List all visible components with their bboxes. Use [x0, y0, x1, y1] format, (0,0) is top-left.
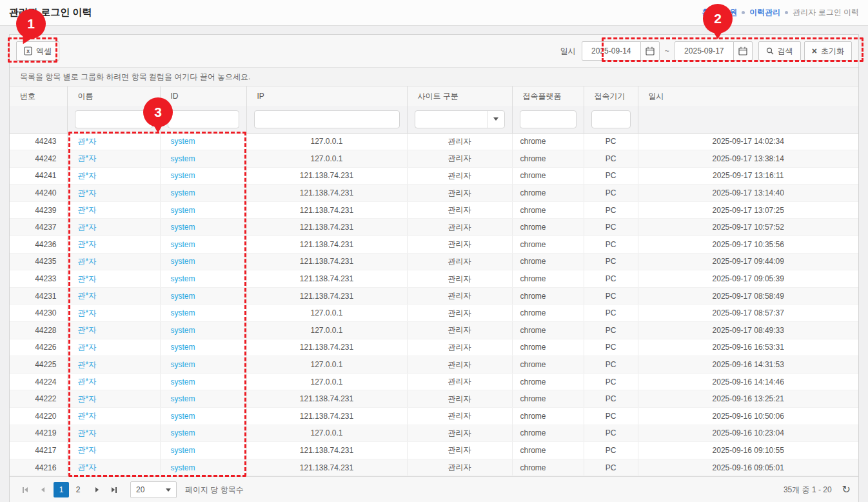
- id-link[interactable]: system: [171, 308, 195, 317]
- platform-filter-input[interactable]: [520, 110, 577, 128]
- table-row: 44225관*자system127.0.0.1관리자chromePC2025-0…: [10, 356, 858, 374]
- breadcrumb-item[interactable]: 회원: [722, 7, 737, 18]
- name-link[interactable]: 관*자: [78, 171, 97, 180]
- column-header[interactable]: 번호: [10, 86, 67, 106]
- id-link[interactable]: system: [171, 240, 195, 249]
- cell-id: system: [160, 150, 246, 168]
- cell-number: 44216: [10, 459, 67, 476]
- pager-page-1[interactable]: 1: [54, 482, 69, 497]
- name-link[interactable]: 관*자: [78, 445, 97, 454]
- pager-prev-button[interactable]: [35, 482, 50, 497]
- id-link[interactable]: system: [171, 394, 195, 403]
- cell-datetime: 2025-09-16 14:31:53: [638, 356, 858, 374]
- search-button[interactable]: 검색: [758, 41, 801, 61]
- chevron-down-icon: [493, 117, 498, 121]
- refresh-icon[interactable]: ↻: [842, 485, 851, 495]
- pager-next-button[interactable]: [89, 482, 104, 497]
- site-type-filter-select[interactable]: [415, 110, 505, 128]
- date-from-input[interactable]: 2025-09-14: [582, 41, 641, 61]
- name-link[interactable]: 관*자: [78, 274, 97, 283]
- id-link[interactable]: system: [171, 206, 195, 215]
- breadcrumb-item[interactable]: 홈: [702, 7, 709, 18]
- cell-id: system: [160, 236, 246, 254]
- column-header[interactable]: 접속기기: [584, 86, 638, 106]
- name-link[interactable]: 관*자: [78, 394, 97, 403]
- cell-platform: chrome: [512, 150, 584, 168]
- name-link[interactable]: 관*자: [78, 308, 97, 317]
- chevron-down-icon: [166, 488, 171, 492]
- id-link[interactable]: system: [171, 428, 195, 437]
- date-from-calendar-button[interactable]: [640, 41, 660, 61]
- name-link[interactable]: 관*자: [78, 154, 97, 163]
- id-link[interactable]: system: [171, 171, 195, 180]
- column-header[interactable]: 이름: [67, 86, 160, 106]
- name-link[interactable]: 관*자: [78, 360, 97, 369]
- id-link[interactable]: system: [171, 412, 195, 421]
- column-header[interactable]: 일시: [638, 86, 858, 106]
- date-to-calendar-button[interactable]: [733, 41, 753, 61]
- reset-button[interactable]: × 초기화: [804, 41, 852, 61]
- column-header[interactable]: IP: [246, 86, 407, 106]
- id-link[interactable]: system: [171, 463, 195, 472]
- name-link[interactable]: 관*자: [78, 188, 97, 197]
- excel-export-button[interactable]: x 엑셀: [16, 41, 59, 61]
- name-link[interactable]: 관*자: [78, 377, 97, 386]
- column-header[interactable]: ID: [160, 86, 246, 106]
- id-link[interactable]: system: [171, 360, 195, 369]
- breadcrumb-item[interactable]: 이력관리: [749, 7, 780, 18]
- cell-datetime: 2025-09-17 13:07:25: [638, 201, 858, 219]
- id-link[interactable]: system: [171, 377, 195, 387]
- name-link[interactable]: 관*자: [78, 205, 97, 214]
- id-link[interactable]: system: [171, 292, 195, 301]
- cell-ip: 127.0.0.1: [246, 425, 407, 442]
- pager-info: 35개 중 1 - 20: [784, 485, 832, 496]
- page-size-select[interactable]: 20: [130, 481, 177, 498]
- date-to-input[interactable]: 2025-09-17: [675, 41, 734, 61]
- name-filter-input[interactable]: [75, 110, 153, 128]
- name-link[interactable]: 관*자: [78, 137, 97, 146]
- cell-name: 관*자: [67, 356, 160, 374]
- ip-filter-input[interactable]: [254, 110, 400, 128]
- column-header[interactable]: 접속플랫폼: [512, 86, 584, 106]
- cell-id: system: [160, 408, 246, 425]
- table-row: 44239관*자system121.138.74.231관리자chromePC2…: [10, 201, 858, 219]
- group-panel[interactable]: 목록을 항목 별로 그룹화 하려면 항목 컬럼을 여기다 끌어 놓으세요.: [10, 68, 858, 86]
- id-link[interactable]: system: [171, 274, 195, 283]
- cell-datetime: 2025-09-17 10:57:52: [638, 219, 858, 236]
- cell-ip: 121.138.74.231: [246, 459, 407, 476]
- search-button-label: 검색: [778, 46, 793, 57]
- name-link[interactable]: 관*자: [78, 257, 97, 266]
- id-link[interactable]: system: [171, 188, 195, 197]
- pager-last-button[interactable]: [106, 482, 122, 497]
- filter-cell-name: [67, 106, 160, 133]
- cell-site-type: 관리자: [407, 133, 512, 150]
- id-link[interactable]: system: [171, 154, 195, 163]
- id-link[interactable]: system: [171, 343, 195, 352]
- table-row: 44222관*자system121.138.74.231관리자chromePC2…: [10, 390, 858, 408]
- name-link[interactable]: 관*자: [78, 463, 97, 472]
- name-link[interactable]: 관*자: [78, 223, 97, 232]
- name-link[interactable]: 관*자: [78, 343, 97, 352]
- cell-name: 관*자: [67, 373, 160, 390]
- pager-first-button[interactable]: [17, 482, 33, 497]
- name-link[interactable]: 관*자: [78, 291, 97, 300]
- id-link[interactable]: system: [171, 326, 195, 335]
- cell-site-type: 관리자: [407, 270, 512, 288]
- device-filter-input[interactable]: [591, 110, 631, 128]
- cell-device: PC: [584, 270, 638, 288]
- id-link[interactable]: system: [171, 223, 195, 232]
- svg-text:x: x: [26, 48, 30, 54]
- pager-page-2[interactable]: 2: [70, 482, 86, 497]
- name-link[interactable]: 관*자: [78, 239, 97, 248]
- id-filter-input[interactable]: [168, 110, 239, 128]
- date-range-separator: ~: [663, 46, 671, 55]
- id-link[interactable]: system: [171, 257, 195, 266]
- cell-name: 관*자: [67, 339, 160, 356]
- id-link[interactable]: system: [171, 446, 195, 455]
- id-link[interactable]: system: [171, 137, 195, 146]
- column-header[interactable]: 사이트 구분: [407, 86, 512, 106]
- cell-platform: chrome: [512, 270, 584, 288]
- name-link[interactable]: 관*자: [78, 411, 97, 420]
- name-link[interactable]: 관*자: [78, 428, 97, 437]
- name-link[interactable]: 관*자: [78, 325, 97, 334]
